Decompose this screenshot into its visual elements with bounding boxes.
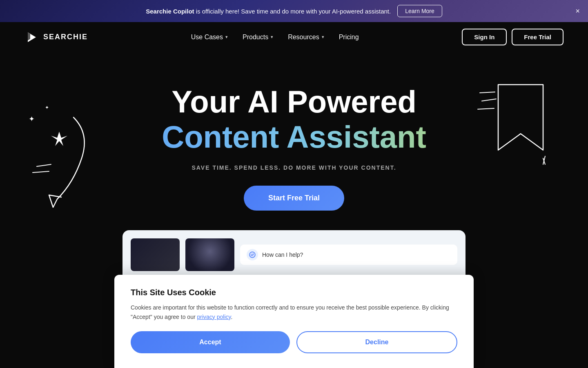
hero-title: Your AI Powered Content Assistant <box>16 85 572 155</box>
nav-actions: Sign In Free Trial <box>462 29 564 45</box>
cookie-actions: Accept Decline <box>131 331 457 353</box>
announcement-text: Searchie Copilot is officially here! Sav… <box>146 8 391 15</box>
announcement-message: is officially here! Save time and do mor… <box>194 8 391 15</box>
sign-in-button[interactable]: Sign In <box>462 29 507 45</box>
preview-video-2 <box>185 238 234 271</box>
cookie-text: Cookies are important for this website t… <box>131 303 457 321</box>
svg-line-8 <box>543 156 545 164</box>
preview-chat: How can I help? <box>240 245 457 265</box>
cookie-link-suffix: . <box>231 314 232 320</box>
chat-icon <box>247 249 258 260</box>
cookie-description: Cookies are important for this website t… <box>131 304 449 320</box>
nav-use-cases[interactable]: Use Cases ▾ <box>191 34 228 41</box>
announcement-bar: Searchie Copilot is officially here! Sav… <box>0 0 588 22</box>
cookie-banner: This Site Uses Cookie Cookies are import… <box>114 275 474 368</box>
logo-icon <box>24 30 39 45</box>
navbar: SEARCHIE Use Cases ▾ Products ▾ Resource… <box>0 22 588 52</box>
preview-video-1 <box>131 238 180 271</box>
chevron-down-icon: ▾ <box>322 34 324 40</box>
hero-title-line1: Your AI Powered <box>172 84 416 119</box>
nav-pricing[interactable]: Pricing <box>339 34 359 41</box>
hero-subtitle: SAVE TIME. SPEND LESS. DO MORE WITH YOUR… <box>16 164 572 171</box>
accept-cookies-button[interactable]: Accept <box>131 331 290 353</box>
free-trial-nav-button[interactable]: Free Trial <box>512 29 564 45</box>
privacy-policy-link[interactable]: privacy policy <box>197 314 231 320</box>
start-trial-button[interactable]: Start Free Trial <box>244 186 344 211</box>
chevron-down-icon: ▾ <box>271 34 273 40</box>
logo[interactable]: SEARCHIE <box>24 30 88 45</box>
svg-line-7 <box>543 158 545 164</box>
close-announcement-button[interactable]: × <box>575 7 580 15</box>
nav-resources[interactable]: Resources ▾ <box>288 34 324 41</box>
hero-title-line2: Content Assistant <box>16 119 572 155</box>
app-preview: How can I help? <box>122 230 466 279</box>
announcement-brand: Searchie Copilot <box>146 8 194 15</box>
svg-line-3 <box>33 171 49 173</box>
hero-section: ✦ ✦ Your AI Powered Content Assistant SA… <box>0 52 588 296</box>
nav-links: Use Cases ▾ Products ▾ Resources ▾ Prici… <box>191 34 359 41</box>
logo-text: SEARCHIE <box>43 33 88 41</box>
nav-products[interactable]: Products ▾ <box>243 34 273 41</box>
chevron-down-icon: ▾ <box>225 34 228 40</box>
learn-more-button[interactable]: Learn More <box>397 5 442 17</box>
chat-text: How can I help? <box>262 251 303 258</box>
cookie-title: This Site Uses Cookie <box>131 288 457 297</box>
decline-cookies-button[interactable]: Decline <box>296 331 457 353</box>
